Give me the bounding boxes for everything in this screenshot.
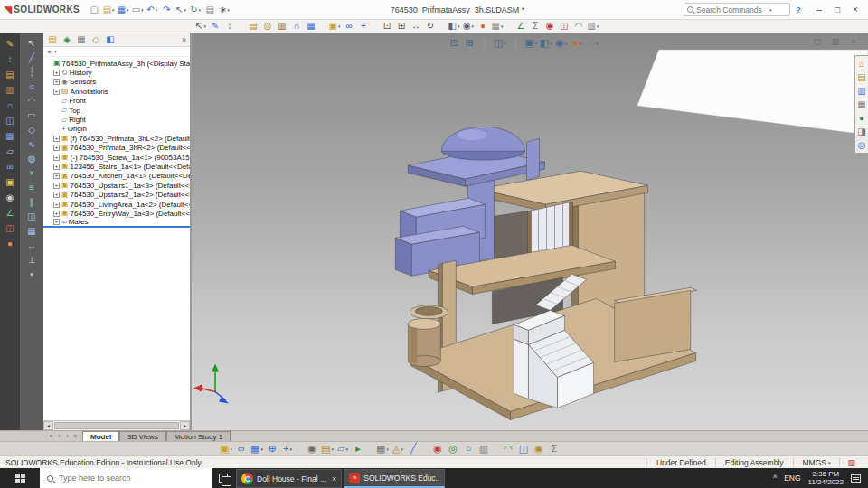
cut-icon[interactable]: ▥ — [2, 83, 18, 97]
move-entities-icon[interactable]: ↔ — [24, 239, 40, 252]
pan-icon[interactable]: ↔ — [409, 21, 423, 33]
expand-toggle-icon[interactable]: + — [53, 202, 60, 208]
mirror-entities-icon[interactable]: ◫ — [24, 210, 40, 223]
performance-evaluation-icon[interactable]: ▥ — [476, 442, 491, 455]
tree-item-component[interactable]: + ▣ 764530_EntryWay_1a<3> (Default<<De — [43, 209, 190, 218]
move-component-icon[interactable]: + — [356, 21, 371, 33]
notification-center-icon[interactable] — [851, 474, 861, 483]
tree-item-top-plane[interactable]: + ▱ Top — [43, 106, 190, 115]
pane-restore-icon[interactable]: ▢ — [810, 35, 825, 49]
expand-toggle-icon[interactable]: + — [53, 173, 60, 179]
taskbar-search[interactable] — [40, 468, 212, 488]
reference-plane-icon[interactable]: ▱ — [2, 145, 18, 158]
tree-item-component[interactable]: + ▣ 764530_Upstairs2_1a<2> (Default<<De — [43, 190, 190, 199]
sketch-pattern-icon[interactable]: ▦ — [24, 224, 40, 238]
expand-toggle-icon[interactable]: + — [53, 79, 60, 85]
zoom-fit-icon[interactable]: ⊡ — [447, 36, 461, 50]
file-explorer-icon[interactable]: ▥ — [856, 85, 868, 97]
interference-icon[interactable]: ◉ — [2, 191, 18, 204]
tree-item-annotations[interactable]: + ▤ Annotations — [43, 87, 190, 96]
fillet-icon[interactable]: ∩ — [289, 21, 304, 33]
evaluate-icon[interactable]: ▥▾ — [586, 21, 600, 33]
display-style-icon[interactable]: ◧▾ — [539, 36, 553, 50]
expand-toggle-icon[interactable]: + — [53, 70, 60, 76]
appearance-icon[interactable]: ● — [2, 237, 18, 250]
tree-item-root-assembly[interactable]: + ▣ 764530_PrifmataAssy_3h (<Display Sta… — [43, 59, 190, 68]
curvature-icon[interactable]: ◠ — [571, 21, 586, 33]
smart-fasteners-icon[interactable]: ⊕ — [265, 442, 279, 455]
pattern-icon[interactable]: ▦ — [2, 129, 18, 143]
tab-scroll-last[interactable]: » — [71, 433, 80, 439]
scene-icon[interactable]: ▦▾ — [490, 21, 505, 33]
new-sketch-icon[interactable]: ✎ — [2, 37, 18, 51]
new-file-icon[interactable]: ▢ — [87, 3, 101, 16]
tree-item-right-plane[interactable]: + ▱ Right — [43, 115, 190, 124]
view-orientation-icon[interactable]: ▣▾ — [524, 36, 538, 50]
tray-expand-chevron[interactable]: ^ — [773, 474, 777, 483]
redo-icon[interactable]: ↷ — [159, 3, 174, 16]
hide-show-items-icon[interactable]: ◉▾ — [554, 36, 569, 50]
language-indicator[interactable]: ENG — [784, 474, 800, 483]
section-icon[interactable]: ◫ — [2, 221, 18, 235]
smart-dimension-icon[interactable]: ↕ — [222, 21, 237, 33]
open-file-icon[interactable]: ▤▾ — [101, 3, 116, 16]
select-icon[interactable]: ↖ — [24, 36, 40, 50]
model-white-sheet[interactable] — [637, 50, 868, 135]
pane-close-icon[interactable]: × — [846, 35, 861, 49]
reference-geometry-icon[interactable]: ▱▾ — [335, 442, 350, 455]
tree-item-component[interactable]: + ▣ 764530_Kitchen_1a<1> (Default<<Defa — [43, 172, 190, 181]
model-canvas[interactable] — [192, 33, 868, 430]
configurationmanager-tab-icon[interactable]: ▦ — [74, 33, 89, 47]
expand-toggle-icon[interactable]: + — [53, 136, 60, 142]
cut-extrude-icon[interactable]: ▥ — [275, 21, 289, 33]
convert-entities-icon[interactable]: ≡ — [24, 181, 40, 194]
expand-toggle-icon[interactable]: + — [53, 192, 60, 198]
taskbar-search-input[interactable] — [59, 474, 176, 483]
displaymanager-tab-icon[interactable]: ◧ — [103, 33, 118, 47]
scroll-right-icon[interactable]: ▸ — [180, 421, 190, 430]
apply-scene-icon[interactable]: ▦▾ — [585, 36, 599, 50]
command-search[interactable]: ▾ — [684, 3, 790, 16]
extrude-icon[interactable]: ▤ — [246, 21, 260, 33]
help-button[interactable]: ? — [792, 5, 805, 14]
bill-of-materials-icon[interactable]: ▦▾ — [375, 442, 390, 455]
relations-icon[interactable]: ⊥ — [24, 253, 40, 267]
tree-item-component[interactable]: + ▣ 764530_Prifmata_3hR<2> (Default<<D — [43, 144, 190, 153]
status-tag-icon[interactable]: ▨ — [839, 458, 863, 467]
view-palette-icon[interactable]: ▦ — [856, 99, 868, 110]
mate-icon[interactable]: ∞ — [234, 442, 249, 455]
hide-show-icon[interactable]: ◉▾ — [461, 21, 476, 33]
revolve-icon[interactable]: ◎ — [260, 21, 275, 33]
rectangle-icon[interactable]: ▭ — [24, 108, 40, 122]
expand-toggle-icon[interactable]: + — [53, 164, 60, 170]
model-dome-roof[interactable] — [408, 127, 544, 186]
tab-3d-views[interactable]: 3D Views — [119, 431, 166, 441]
display-style-icon[interactable]: ◧▾ — [447, 21, 461, 33]
hole-alignment-icon[interactable]: ○ — [461, 442, 476, 455]
clearance-verification-icon[interactable]: ◎ — [446, 442, 460, 455]
file-properties-icon[interactable]: ▤ — [203, 3, 217, 16]
sensors-icon[interactable]: ◉ — [532, 442, 546, 455]
tree-item-component[interactable]: + ▣ 764530_LivingArea_1a<2> (Default<<D — [43, 200, 190, 209]
select-arrow-icon[interactable]: ↖▾ — [193, 21, 208, 33]
interference-detection-icon[interactable]: ◉ — [430, 442, 445, 455]
mass-properties-icon[interactable]: Σ — [528, 21, 542, 33]
expand-toggle-icon[interactable]: + — [53, 145, 60, 151]
pattern-icon[interactable]: ▦ — [304, 21, 318, 33]
tree-item-component[interactable]: + ▣ 764530_Upstairs1_1a<3> (Default<<De — [43, 181, 190, 190]
point-icon[interactable]: • — [24, 267, 40, 281]
close-button[interactable]: × — [846, 3, 864, 17]
tree-item-history[interactable]: + ↻ History — [43, 68, 190, 77]
propertymanager-tab-icon[interactable]: ◈ — [60, 33, 74, 47]
appearances-scenes-icon[interactable]: ● — [856, 112, 868, 124]
mate-icon[interactable]: ∞ — [2, 160, 18, 174]
print-icon[interactable]: ▭▾ — [130, 3, 145, 16]
tab-motion-study[interactable]: Motion Study 1 — [166, 431, 231, 441]
zoom-fit-icon[interactable]: ⊡ — [380, 21, 394, 33]
sketch-icon[interactable]: ✎ — [208, 21, 222, 33]
separator[interactable]: | — [508, 36, 523, 50]
mirror-icon[interactable]: ◫ — [2, 114, 18, 127]
tree-item-origin[interactable]: + + Origin — [43, 125, 190, 134]
tree-item-component[interactable]: + ▣ 123456_Stairs_1a<1> (Default<<Defau — [43, 162, 190, 171]
interference-icon[interactable]: ◉ — [542, 21, 557, 33]
